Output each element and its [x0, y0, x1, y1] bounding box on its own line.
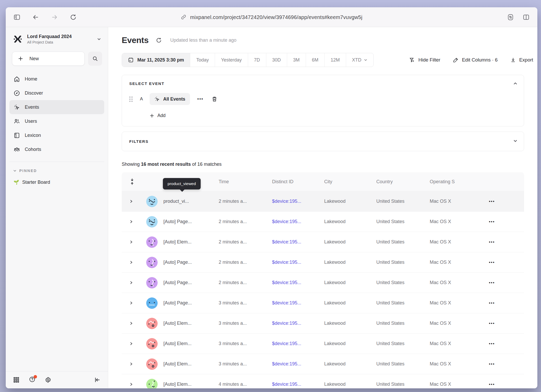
collapse-sidebar-icon[interactable] [94, 377, 101, 383]
event-name-cell[interactable]: [Auto] Page... [163, 219, 219, 224]
distinct-id-link[interactable]: $device:195... [272, 280, 324, 285]
pinned-section-header[interactable]: PINNED [6, 162, 108, 175]
reload-icon[interactable] [70, 14, 77, 21]
page-settings-icon[interactable] [507, 14, 514, 21]
table-row[interactable]: [Auto] Elem...3 minutes a...$device:195.… [122, 333, 524, 354]
distinct-id-link[interactable]: $device:195... [272, 382, 324, 387]
sidebar: Lord Farquaad 2024 All Project Data New … [6, 27, 108, 388]
event-name-cell[interactable]: [Auto] Elem... [163, 341, 219, 346]
column-header-distinct-id[interactable]: Distinct ID [272, 179, 324, 185]
table-row[interactable]: [Auto] Elem...2 minutes a...$device:195.… [122, 232, 524, 252]
country-cell: United States [376, 382, 430, 387]
column-header-city[interactable]: City [324, 179, 376, 185]
edit-columns-button[interactable]: Edit Columns · 6 [453, 57, 498, 63]
row-actions-button[interactable]: ••• [483, 260, 524, 265]
column-header-time[interactable]: Time [219, 179, 272, 185]
row-expand-button[interactable] [122, 301, 143, 305]
column-header-country[interactable]: Country [376, 179, 430, 185]
back-icon[interactable] [32, 14, 39, 21]
hide-filter-button[interactable]: Hide Filter [409, 57, 440, 63]
distinct-id-link[interactable]: $device:195... [272, 361, 324, 367]
preset-today[interactable]: Today [190, 53, 215, 67]
event-selector-chip[interactable]: All Events [150, 93, 190, 105]
date-picker-button[interactable]: Mar 11, 2025 3:30 pm [122, 53, 190, 67]
row-expand-button[interactable] [122, 362, 143, 366]
row-expand-button[interactable] [122, 199, 143, 203]
preset-7d[interactable]: 7D [248, 53, 266, 67]
distinct-id-link[interactable]: $device:195... [272, 341, 324, 346]
row-expand-button[interactable] [122, 240, 143, 244]
add-event-button[interactable]: Add [150, 113, 517, 118]
trash-icon[interactable] [211, 96, 218, 102]
preset-30d[interactable]: 30D [266, 53, 287, 67]
event-name-cell[interactable]: [Auto] Page... [163, 260, 219, 265]
table-row[interactable]: [Auto] Page...3 minutes a...$device:195.… [122, 293, 524, 313]
row-actions-button[interactable]: ••• [483, 301, 524, 305]
distinct-id-link[interactable]: $device:195... [272, 219, 324, 224]
distinct-id-link[interactable]: $device:195... [272, 260, 324, 265]
collapse-rows-icon[interactable] [130, 178, 135, 185]
event-name-cell[interactable]: [Auto] Page... [163, 300, 219, 306]
table-row[interactable]: [Auto] Elem...4 minutes a...$device:195.… [122, 374, 524, 388]
table-row[interactable]: [Auto] Page...2 minutes a...$device:195.… [122, 211, 524, 232]
preset-6m[interactable]: 6M [306, 53, 324, 67]
sidebar-item-cohorts[interactable]: Cohorts [9, 142, 104, 156]
table-row[interactable]: [Auto] Page...2 minutes a...$device:195.… [122, 272, 524, 293]
chevron-down-icon[interactable] [513, 139, 518, 143]
distinct-id-link[interactable]: $device:195... [272, 239, 324, 245]
table-row[interactable]: product_vi...2 minutes a...$device:195..… [122, 191, 524, 211]
forward-icon[interactable] [51, 14, 58, 21]
address-bar[interactable]: mixpanel.com/project/3472420/view/397469… [181, 14, 362, 20]
row-actions-button[interactable]: ••• [483, 219, 524, 224]
distinct-id-link[interactable]: $device:195... [272, 321, 324, 326]
sidebar-item-home[interactable]: Home [9, 72, 104, 86]
row-actions-button[interactable]: ••• [483, 362, 524, 366]
help-button[interactable] [29, 376, 35, 384]
table-row[interactable]: [Auto] Elem...3 minutes a...$device:195.… [122, 354, 524, 374]
settings-gear-icon[interactable] [45, 377, 51, 383]
sidebar-toggle-icon[interactable] [14, 14, 20, 21]
row-actions-button[interactable]: ••• [483, 199, 524, 204]
preset-3m[interactable]: 3M [287, 53, 306, 67]
row-actions-button[interactable]: ••• [483, 341, 524, 346]
row-actions-button[interactable]: ••• [483, 382, 524, 387]
event-name-cell[interactable]: [Auto] Page... [163, 280, 219, 285]
preset-12m[interactable]: 12M [324, 53, 346, 67]
column-header-os[interactable]: Operating S [430, 179, 483, 185]
row-actions-button[interactable]: ••• [483, 321, 524, 326]
drag-handle[interactable] [129, 96, 133, 102]
pinned-item-starter-board[interactable]: 🌱 Starter Board [6, 175, 108, 185]
row-expand-button[interactable] [122, 220, 143, 224]
search-button[interactable] [88, 52, 102, 66]
row-actions-button[interactable]: ••• [483, 240, 524, 244]
row-actions-button[interactable]: ••• [483, 280, 524, 285]
table-row[interactable]: [Auto] Page...2 minutes a...$device:195.… [122, 252, 524, 272]
sidebar-item-users[interactable]: Users [9, 114, 104, 128]
new-button[interactable]: New [12, 52, 85, 66]
preset-yesterday[interactable]: Yesterday [215, 53, 248, 67]
chevron-up-icon[interactable] [513, 81, 518, 86]
distinct-id-link[interactable]: $device:195... [272, 199, 324, 204]
event-name-cell[interactable]: product_vi... [163, 199, 219, 204]
row-expand-button[interactable] [122, 321, 143, 325]
row-expand-button[interactable] [122, 260, 143, 264]
project-switcher[interactable]: Lord Farquaad 2024 All Project Data [6, 27, 108, 47]
row-expand-button[interactable] [122, 382, 143, 386]
event-name-cell[interactable]: [Auto] Elem... [163, 239, 219, 245]
sidebar-item-lexicon[interactable]: Lexicon [9, 128, 104, 142]
refresh-icon[interactable] [156, 37, 162, 43]
row-expand-button[interactable] [122, 281, 143, 285]
event-name-cell[interactable]: [Auto] Elem... [163, 321, 219, 326]
event-name-cell[interactable]: [Auto] Elem... [163, 382, 219, 387]
row-expand-button[interactable] [122, 342, 143, 346]
event-name-cell[interactable]: [Auto] Elem... [163, 361, 219, 367]
split-view-icon[interactable] [523, 14, 530, 21]
apps-grid-icon[interactable] [13, 377, 20, 383]
table-row[interactable]: [Auto] Elem...3 minutes a...$device:195.… [122, 313, 524, 333]
event-more-button[interactable]: ••• [197, 96, 204, 102]
sidebar-item-discover[interactable]: Discover [9, 86, 104, 100]
sidebar-item-events[interactable]: Events [9, 100, 104, 114]
distinct-id-link[interactable]: $device:195... [272, 300, 324, 306]
preset-xtd[interactable]: XTD [346, 53, 373, 67]
export-button[interactable]: Export [510, 57, 533, 63]
